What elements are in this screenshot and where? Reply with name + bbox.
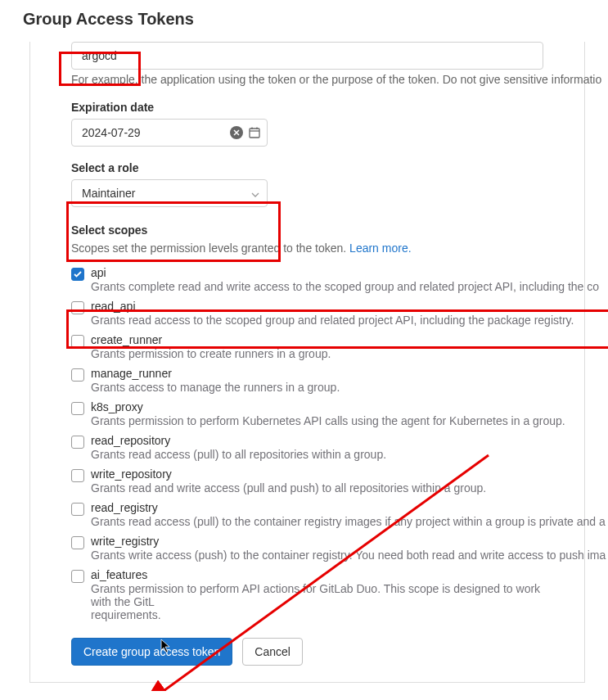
- scope-description: Grants read and write access (pull and p…: [91, 481, 543, 495]
- scope-content: read_registryGrants read access (pull) t…: [91, 501, 606, 528]
- token-name-input[interactable]: [71, 42, 543, 70]
- role-label: Select a role: [71, 161, 543, 174]
- scope-checkbox-create_runner[interactable]: [71, 335, 84, 348]
- token-name-help: For example, the application using the t…: [71, 73, 543, 86]
- expiration-label: Expiration date: [71, 101, 543, 114]
- scope-description: Grants read access to the scoped group a…: [91, 314, 574, 327]
- scope-description: Grants complete read and write access to…: [91, 280, 599, 293]
- scope-description: Grants permission to create runners in a…: [91, 347, 543, 360]
- scope-content: apiGrants complete read and write access…: [91, 266, 599, 293]
- scope-checkbox-manage_runner[interactable]: [71, 368, 84, 382]
- clear-date-icon[interactable]: [230, 126, 243, 139]
- scope-row-ai_features: ai_featuresGrants permission to perform …: [71, 565, 543, 625]
- scope-name-label[interactable]: manage_runner: [91, 367, 543, 380]
- scope-name-label[interactable]: read_repository: [91, 434, 543, 447]
- scope-content: create_runnerGrants permission to create…: [91, 333, 543, 360]
- scopes-help: Scopes set the permission levels granted…: [71, 242, 543, 255]
- scopes-list: apiGrants complete read and write access…: [71, 263, 543, 625]
- svg-rect-2: [250, 129, 259, 138]
- learn-more-link[interactable]: Learn more.: [349, 242, 411, 255]
- scope-checkbox-read_repository[interactable]: [71, 436, 84, 449]
- scope-row-read_api: read_apiGrants read access to the scoped…: [71, 296, 543, 330]
- scope-checkbox-read_registry[interactable]: [71, 503, 84, 516]
- scope-name-label[interactable]: ai_features: [91, 568, 543, 581]
- scope-content: manage_runnerGrants access to manage the…: [91, 367, 543, 394]
- scope-checkbox-ai_features[interactable]: [71, 570, 84, 583]
- scope-row-create_runner: create_runnerGrants permission to create…: [71, 330, 543, 364]
- scope-row-write_repository: write_repositoryGrants read and write ac…: [71, 464, 543, 498]
- scope-checkbox-k8s_proxy[interactable]: [71, 402, 84, 415]
- scope-row-read_repository: read_repositoryGrants read access (pull)…: [71, 431, 543, 464]
- calendar-icon[interactable]: [248, 126, 261, 139]
- scope-row-write_registry: write_registryGrants write access (push)…: [71, 531, 543, 565]
- scope-checkbox-read_api[interactable]: [71, 301, 84, 314]
- scope-description: Grants permission to perform Kubernetes …: [91, 414, 565, 427]
- token-name-group: For example, the application using the t…: [71, 42, 543, 86]
- role-select[interactable]: Maintainer: [71, 179, 268, 207]
- scope-content: read_repositoryGrants read access (pull)…: [91, 434, 543, 461]
- scope-checkbox-api[interactable]: [71, 268, 84, 281]
- scope-name-label[interactable]: api: [91, 266, 599, 279]
- scope-description: Grants access to manage the runners in a…: [91, 381, 543, 394]
- scope-row-k8s_proxy: k8s_proxyGrants permission to perform Ku…: [71, 397, 543, 431]
- scope-name-label[interactable]: write_registry: [91, 535, 606, 548]
- scopes-group: Select scopes Scopes set the permission …: [71, 224, 543, 625]
- scope-checkbox-write_registry[interactable]: [71, 536, 84, 549]
- token-form: For example, the application using the t…: [29, 42, 585, 683]
- scope-row-manage_runner: manage_runnerGrants access to manage the…: [71, 364, 543, 397]
- scope-name-label[interactable]: create_runner: [91, 333, 543, 346]
- scope-description: Grants permission to perform API actions…: [91, 582, 543, 621]
- button-row: Create group access token Cancel: [71, 638, 543, 666]
- expiration-group: Expiration date: [71, 101, 543, 147]
- scope-content: ai_featuresGrants permission to perform …: [91, 568, 543, 621]
- role-group: Select a role Maintainer: [71, 161, 543, 207]
- scope-row-read_registry: read_registryGrants read access (pull) t…: [71, 498, 543, 531]
- scope-name-label[interactable]: read_registry: [91, 501, 606, 514]
- create-token-button[interactable]: Create group access token: [71, 638, 232, 666]
- scopes-help-text: Scopes set the permission levels granted…: [71, 242, 349, 255]
- scope-content: write_repositoryGrants read and write ac…: [91, 467, 543, 495]
- page-title: Group Access Tokens: [0, 0, 608, 35]
- scope-description: Grants write access (push) to the contai…: [91, 549, 606, 562]
- scope-name-label[interactable]: read_api: [91, 300, 574, 313]
- scope-description: Grants read access (pull) to all reposit…: [91, 448, 543, 461]
- scope-content: read_apiGrants read access to the scoped…: [91, 300, 574, 327]
- scopes-label: Select scopes: [71, 224, 543, 237]
- scope-checkbox-write_repository[interactable]: [71, 469, 84, 482]
- scope-name-label[interactable]: write_repository: [91, 467, 543, 481]
- cancel-button[interactable]: Cancel: [242, 638, 303, 666]
- scope-content: write_registryGrants write access (push)…: [91, 535, 606, 562]
- scope-content: k8s_proxyGrants permission to perform Ku…: [91, 400, 565, 427]
- scope-row-api: apiGrants complete read and write access…: [71, 263, 543, 296]
- scope-name-label[interactable]: k8s_proxy: [91, 400, 565, 413]
- scope-description: Grants read access (pull) to the contain…: [91, 515, 606, 528]
